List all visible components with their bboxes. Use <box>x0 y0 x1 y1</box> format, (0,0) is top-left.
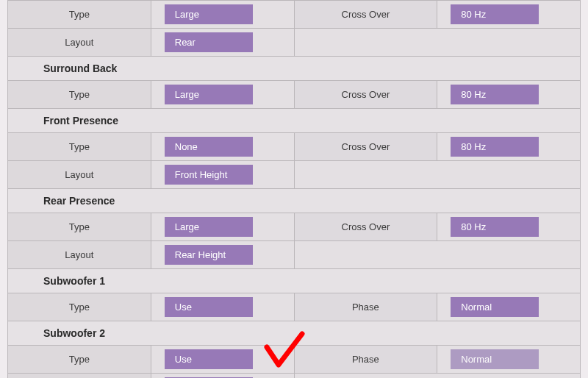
select-button[interactable]: Use <box>165 297 253 317</box>
section-header: Surround Back <box>8 57 581 81</box>
section-header: Rear Presence <box>8 189 581 213</box>
setting-label: Layout <box>8 29 151 57</box>
select-button[interactable]: Normal <box>451 297 539 317</box>
setting-label: Type <box>8 81 151 109</box>
setting-label: Type <box>8 1 151 29</box>
setting-label: Layout <box>8 241 151 269</box>
setting-label: Cross Over <box>294 81 437 109</box>
select-button[interactable]: Normal <box>451 349 539 369</box>
select-button[interactable]: None <box>165 137 253 157</box>
empty-cell <box>294 241 581 269</box>
select-button[interactable]: Front Height <box>165 165 253 185</box>
setting-label: Type <box>8 346 151 374</box>
setting-label: Subwoofer Layout <box>8 374 151 379</box>
select-button[interactable]: 80 Hz <box>451 85 539 104</box>
select-button[interactable]: Large <box>165 4 253 24</box>
empty-cell <box>294 29 581 57</box>
select-button[interactable]: Rear <box>165 32 253 52</box>
setting-label: Phase <box>294 293 437 321</box>
select-button[interactable]: Large <box>165 217 253 237</box>
section-header: Front Presence <box>8 109 581 133</box>
select-button[interactable]: Rear Height <box>165 245 253 265</box>
setting-label: Cross Over <box>294 133 437 161</box>
setting-label: Type <box>8 213 151 241</box>
speaker-config-table: TypeLargeCross Over80 HzLayoutRearSurrou… <box>7 0 581 378</box>
select-button[interactable]: 80 Hz <box>451 4 539 24</box>
setting-label: Cross Over <box>294 1 437 29</box>
section-header: Subwoofer 2 <box>8 321 581 346</box>
setting-label: Type <box>8 133 151 161</box>
select-button[interactable]: 80 Hz <box>451 137 539 157</box>
section-header: Subwoofer 1 <box>8 269 581 293</box>
setting-label: Phase <box>294 346 437 374</box>
empty-cell <box>294 374 581 379</box>
select-button[interactable]: 80 Hz <box>451 217 539 237</box>
select-button[interactable]: Use <box>165 349 253 369</box>
select-button[interactable]: Large <box>165 85 253 104</box>
setting-label: Cross Over <box>294 213 437 241</box>
setting-label: Type <box>8 293 151 321</box>
empty-cell <box>294 161 581 189</box>
setting-label: Layout <box>8 161 151 189</box>
